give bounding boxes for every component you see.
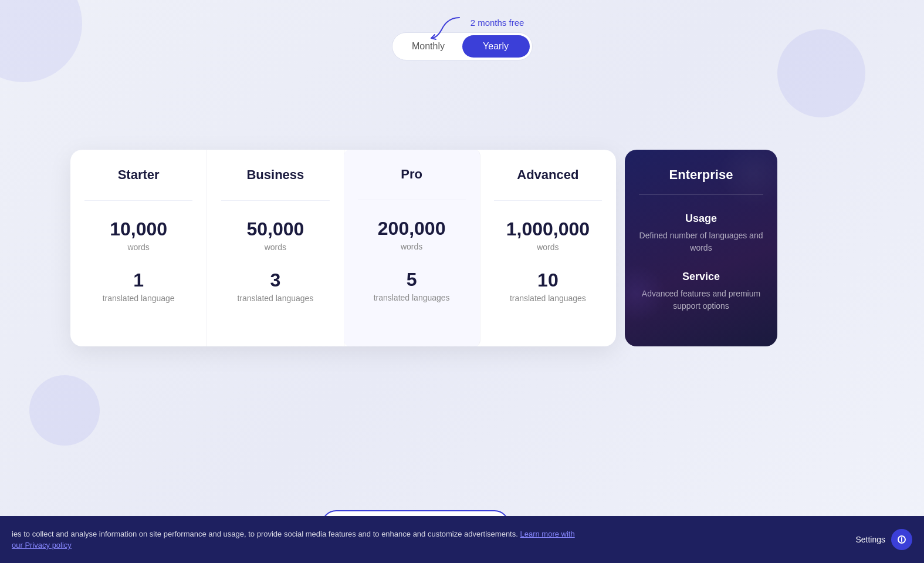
- cookie-settings-label[interactable]: Settings: [855, 535, 885, 544]
- enterprise-panel: Enterprise Usage Defined number of langu…: [625, 150, 777, 346]
- business-divider: [221, 200, 329, 201]
- cookie-banner: ies to collect and analyse information o…: [0, 516, 924, 563]
- business-words: 50,000: [246, 218, 304, 240]
- plans-grid: Starter 10,000 words 1 translated langua…: [70, 150, 616, 346]
- cookie-toggle-icon: [897, 535, 906, 544]
- enterprise-service-desc: Advanced features and premium support op…: [639, 288, 763, 312]
- cookie-text-content: ies to collect and analyse information o…: [12, 530, 518, 538]
- business-plan-title: Business: [246, 167, 304, 183]
- starter-plan-column: Starter 10,000 words 1 translated langua…: [70, 150, 207, 346]
- pro-plan-title: Pro: [401, 167, 422, 182]
- business-languages-count: 3: [270, 269, 280, 291]
- cookie-text: ies to collect and analyse information o…: [12, 528, 587, 551]
- cookie-toggle-button[interactable]: [891, 529, 912, 550]
- advanced-plan-column: Advanced 1,000,000 words 10 translated l…: [480, 150, 616, 346]
- starter-words: 10,000: [110, 218, 167, 240]
- advanced-divider: [494, 200, 602, 201]
- enterprise-service-section: Service Advanced features and premium su…: [639, 271, 763, 312]
- billing-toggle-section: 2 months free Monthly Yearly: [0, 0, 924, 60]
- plans-section: Starter 10,000 words 1 translated langua…: [70, 150, 924, 346]
- enterprise-usage-desc: Defined number of languages and words: [639, 230, 763, 254]
- pro-languages-label: translated languages: [374, 293, 450, 302]
- advanced-languages-label: translated languages: [510, 294, 586, 303]
- starter-divider: [84, 200, 192, 201]
- curved-arrow-icon: [430, 15, 462, 41]
- starter-words-label: words: [127, 242, 149, 252]
- business-plan-column: Business 50,000 words 3 translated langu…: [207, 150, 344, 346]
- pro-divider: [358, 200, 466, 200]
- business-languages-label: translated languages: [237, 294, 313, 303]
- yearly-toggle-button[interactable]: Yearly: [462, 35, 530, 58]
- advanced-words-label: words: [537, 242, 559, 252]
- pro-languages-count: 5: [407, 269, 417, 291]
- starter-languages-label: translated language: [103, 294, 175, 303]
- business-words-label: words: [265, 242, 286, 252]
- billing-toggle: Monthly Yearly: [392, 32, 533, 60]
- advanced-languages-count: 10: [537, 269, 559, 291]
- starter-languages-count: 1: [133, 269, 144, 291]
- enterprise-divider: [639, 194, 763, 195]
- enterprise-usage-title: Usage: [639, 213, 763, 225]
- advanced-plan-title: Advanced: [517, 167, 578, 183]
- advanced-words: 1,000,000: [506, 218, 590, 240]
- enterprise-usage-section: Usage Defined number of languages and wo…: [639, 213, 763, 254]
- pro-words: 200,000: [378, 218, 446, 240]
- cookie-actions: Settings: [855, 529, 912, 550]
- pro-plan-column: Pro 200,000 words 5 translated languages: [344, 150, 480, 346]
- pro-words-label: words: [401, 242, 422, 251]
- free-months-label: 2 months free: [471, 18, 524, 28]
- enterprise-title: Enterprise: [639, 167, 763, 183]
- starter-plan-title: Starter: [118, 167, 160, 183]
- enterprise-service-title: Service: [639, 271, 763, 283]
